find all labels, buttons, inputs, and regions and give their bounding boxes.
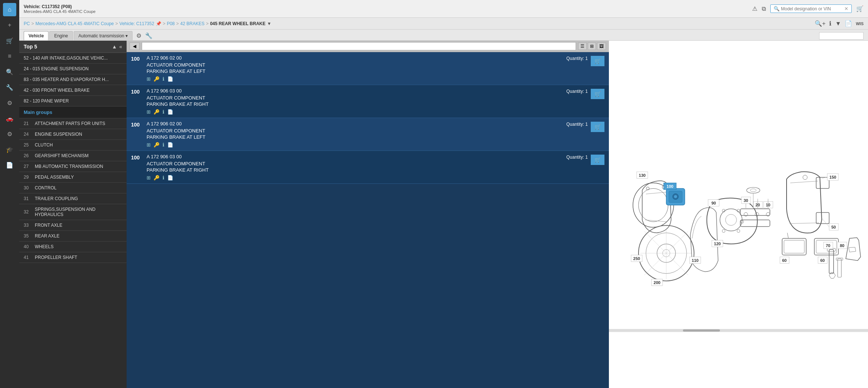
tab-vehicle[interactable]: Vehicle (24, 31, 48, 40)
part-table-icon-3[interactable]: ⊞ (147, 142, 151, 148)
part-doc-icon-3[interactable]: 📄 (167, 142, 173, 148)
qty-label-4: Quantity: 1 (566, 155, 588, 160)
sidebar-learn-btn[interactable]: 🎓 (3, 143, 16, 156)
parts-prev-btn[interactable]: ◀ (130, 43, 140, 50)
part-key-icon-2[interactable]: 🔑 (154, 109, 160, 115)
nav-group-25[interactable]: 25 CLUTCH (19, 140, 127, 151)
part-key-icon-1[interactable]: 🔑 (154, 76, 160, 82)
export-btn[interactable]: 📄 (845, 20, 852, 27)
breadcrumb-sep1: > (31, 21, 34, 26)
add-to-cart-btn-2[interactable]: 🛒 (591, 89, 604, 99)
svg-text:110: 110 (692, 258, 698, 263)
nav-group-21[interactable]: 21 ATTACHMENT PARTS FOR UNITS (19, 118, 127, 129)
parts-view-btns: ☰ ⊞ 🖼 (578, 43, 606, 50)
part-pos-3: 100 (131, 121, 142, 148)
part-info-icon-2[interactable]: ℹ (162, 109, 164, 115)
part-doc-icon-2[interactable]: 📄 (167, 109, 173, 115)
tab-settings-btn[interactable]: ⚙ (136, 32, 141, 39)
add-to-cart-btn-4[interactable]: 🛒 (591, 155, 604, 165)
nav-top5-item-1[interactable]: 52 - 140 AIR INTAKE,GASOLINE VEHIC... (19, 53, 127, 64)
nav-top5-item-4[interactable]: 42 - 030 FRONT WHEEL BRAKE (19, 85, 127, 96)
top-bar-right: ⚠ ⧉ 🔍 ✕ 🛒 (752, 4, 864, 13)
part-subname-1: PARKING BRAKE AT LEFT (147, 68, 562, 74)
nav-group-30[interactable]: 30 CONTROL (19, 183, 127, 193)
nav-group-26[interactable]: 26 GEARSHIFT MECHANISM (19, 151, 127, 161)
view-img-btn[interactable]: 🖼 (597, 43, 606, 50)
sidebar-home-btn[interactable]: ⌂ (3, 3, 16, 16)
sidebar-tools-btn[interactable]: ⚙ (3, 96, 16, 109)
part-doc-icon-4[interactable]: 📄 (167, 175, 173, 180)
cart-btn[interactable]: 🛒 (856, 5, 864, 12)
part-icons-3: ⊞ 🔑 ℹ 📄 (147, 142, 562, 148)
nav-header-btns: ▲ « (112, 44, 122, 50)
svg-text:90: 90 (711, 201, 716, 205)
sidebar-list-btn[interactable]: ≡ (3, 50, 16, 63)
part-key-icon-4[interactable]: 🔑 (154, 175, 160, 180)
nav-group-32[interactable]: 32 SPRINGS,SUSPENSION AND HYDRAULICS (19, 204, 127, 220)
part-info-icon-4[interactable]: ℹ (162, 175, 164, 180)
nav-close-btn[interactable]: « (119, 44, 122, 50)
nav-group-33[interactable]: 33 FRONT AXLE (19, 220, 127, 231)
nav-group-27[interactable]: 27 MB AUTOMATIC TRANSMISSION (19, 161, 127, 172)
sidebar-plus-btn[interactable]: + (3, 18, 16, 32)
alert-btn[interactable]: ⚠ (752, 5, 757, 12)
part-table-icon-1[interactable]: ⊞ (147, 76, 151, 82)
nav-group-40[interactable]: 40 WHEELS (19, 242, 127, 252)
nav-label-40: WHEELS (35, 244, 54, 249)
sidebar-car-btn[interactable]: 🚗 (3, 112, 16, 125)
nav-group-35[interactable]: 35 REAR AXLE (19, 231, 127, 242)
add-to-cart-btn-3[interactable]: 🛒 (591, 122, 604, 132)
breadcrumb-p08[interactable]: P08 (167, 21, 175, 26)
vin-search-input[interactable] (781, 6, 844, 11)
wis-btn[interactable]: WIS (856, 21, 864, 26)
clear-search-icon[interactable]: ✕ (844, 6, 848, 11)
tab-search-input[interactable] (819, 32, 864, 40)
part-table-icon-4[interactable]: ⊞ (147, 175, 151, 180)
nav-top5-item-2[interactable]: 24 - 015 ENGINE SUSPENSION (19, 64, 127, 74)
part-qty-1: Quantity: 1 🛒 (566, 55, 604, 82)
part-info-icon-1[interactable]: ℹ (162, 76, 164, 82)
copy-btn[interactable]: ⧉ (762, 6, 766, 12)
parts-toolbar: ◀ ☰ ⊞ 🖼 (127, 41, 609, 52)
part-details-3: A 172 906 02 00 ACTUATOR COMPONENT PARKI… (147, 121, 562, 148)
nav-top5-item-5[interactable]: 82 - 120 PANE WIPER (19, 96, 127, 107)
part-subname-2: PARKING BRAKE AT RIGHT (147, 101, 562, 107)
sidebar-wrench-btn[interactable]: 🔧 (3, 81, 16, 94)
info-btn[interactable]: ℹ (829, 20, 831, 27)
parts-search-input[interactable] (142, 42, 576, 50)
part-pos-2: 100 (131, 88, 142, 115)
sidebar-settings-btn[interactable]: ⚙ (3, 127, 16, 141)
part-table-icon-2[interactable]: ⊞ (147, 109, 151, 115)
sidebar-cart-btn[interactable]: 🛒 (3, 34, 16, 47)
add-to-cart-btn-1[interactable]: 🛒 (591, 56, 604, 66)
nav-group-41[interactable]: 41 PROPELLER SHAFT (19, 252, 127, 263)
nav-top5-item-3[interactable]: 83 - 035 HEATER AND EVAPORATOR H... (19, 74, 127, 85)
tab-transmission[interactable]: Automatic transmission ▾ (74, 31, 133, 40)
nav-group-24[interactable]: 24 ENGINE SUSPENSION (19, 129, 127, 140)
breadcrumb-brakes[interactable]: 42 BRAKES (180, 21, 204, 26)
view-grid-btn[interactable]: ⊞ (588, 43, 596, 50)
breadcrumb-model[interactable]: Mercedes-AMG CLA 45 4MATIC Coupe (36, 21, 114, 26)
tab-engine[interactable]: Engine (49, 31, 73, 40)
vehicle-subtitle: Mercedes-AMG CLA 45 4MATIC Coupe (24, 9, 95, 14)
part-qty-2: Quantity: 1 🛒 (566, 88, 604, 115)
part-row-1: 100 A 172 906 02 00 ACTUATOR COMPONENT P… (127, 52, 609, 85)
breadcrumb-pc[interactable]: PC (24, 21, 30, 26)
nav-group-29[interactable]: 29 PEDAL ASSEMBLY (19, 172, 127, 183)
breadcrumb-vehicle[interactable]: Vehicle: C117352 (120, 21, 154, 26)
part-doc-icon-1[interactable]: 📄 (167, 76, 173, 82)
part-qty-3: Quantity: 1 🛒 (566, 121, 604, 148)
breadcrumb-bar: PC > Mercedes-AMG CLA 45 4MATIC Coupe > … (19, 18, 868, 30)
zoom-btn[interactable]: 🔍+ (815, 20, 825, 27)
nav-group-31[interactable]: 31 TRAILER COUPLING (19, 193, 127, 204)
breadcrumb-dropdown-icon[interactable]: ▼ (267, 21, 271, 26)
filter-btn[interactable]: ▼ (835, 20, 841, 27)
sidebar-page-btn[interactable]: 📄 (3, 158, 16, 172)
part-key-icon-3[interactable]: 🔑 (154, 142, 160, 148)
sidebar-search-btn[interactable]: 🔍 (3, 65, 16, 78)
tab-tools-btn[interactable]: 🔧 (145, 32, 153, 39)
view-list-btn[interactable]: ☰ (578, 43, 587, 50)
nav-num-32: 32 (24, 209, 33, 215)
part-info-icon-3[interactable]: ℹ (162, 142, 164, 148)
nav-collapse-btn[interactable]: ▲ (112, 44, 117, 50)
